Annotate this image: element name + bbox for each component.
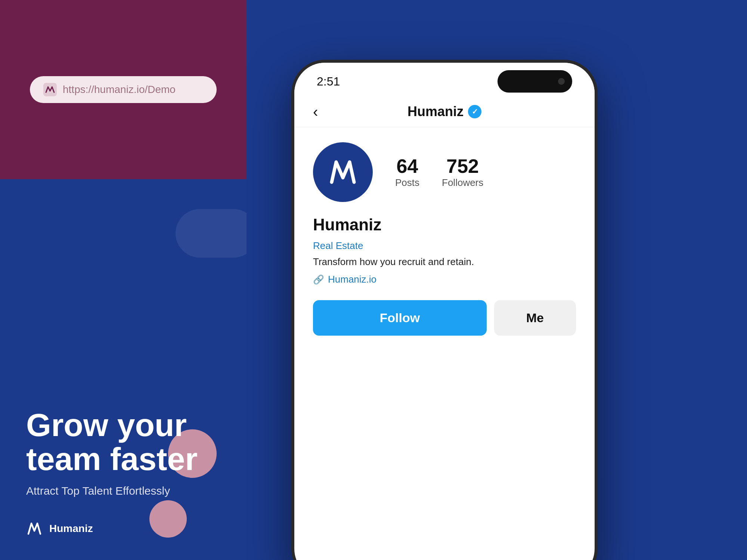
phone-inner: 2:51 ‹ Humaniz ✓	[294, 63, 595, 560]
followers-count: 752	[446, 156, 479, 177]
profile-link-text: Humaniz.io	[328, 274, 376, 285]
posts-stat: 64 Posts	[395, 156, 419, 189]
profile-header: 64 Posts 752 Followers	[313, 142, 576, 202]
url-bar-text: https://humaniz.io/Demo	[63, 84, 176, 96]
profile-section: 64 Posts 752 Followers Humaniz Real Esta…	[294, 127, 595, 351]
nav-bar: ‹ Humaniz ✓	[294, 96, 595, 127]
left-top-section: https://humaniz.io/Demo	[0, 0, 247, 179]
posts-label: Posts	[395, 177, 419, 189]
action-buttons: Follow Me	[313, 300, 576, 336]
link-icon: 🔗	[313, 274, 324, 285]
nav-title-text: Humaniz	[407, 104, 464, 119]
brand-logo: Humaniz	[26, 520, 220, 538]
url-prefix: https://	[63, 84, 94, 95]
phone-mockup: 2:51 ‹ Humaniz ✓	[291, 60, 598, 560]
brand-name-label: Humaniz	[49, 523, 93, 535]
avatar-logo-icon	[326, 155, 360, 189]
status-time: 2:51	[317, 75, 340, 88]
camera-dot	[558, 78, 565, 85]
status-bar: 2:51	[294, 63, 595, 96]
profile-name: Humaniz	[313, 215, 576, 234]
verified-badge-icon: ✓	[468, 105, 481, 118]
follow-button[interactable]: Follow	[313, 300, 487, 336]
followers-stat: 752 Followers	[442, 156, 483, 189]
camera-notch	[498, 70, 572, 93]
profile-category: Real Estate	[313, 240, 576, 252]
nav-title: Humaniz ✓	[407, 104, 481, 119]
left-panel: https://humaniz.io/Demo Grow your team f…	[0, 0, 247, 560]
url-bar[interactable]: https://humaniz.io/Demo	[30, 76, 217, 103]
profile-avatar	[313, 142, 373, 202]
url-path: humaniz.io/Demo	[94, 84, 176, 95]
back-button[interactable]: ‹	[313, 103, 318, 120]
svg-rect-0	[43, 83, 57, 96]
deco-rect	[176, 209, 247, 258]
left-bottom-section: Grow your team faster Attract Top Talent…	[0, 179, 247, 560]
right-panel: 2:51 ‹ Humaniz ✓	[247, 0, 747, 560]
brand-logo-icon	[26, 520, 44, 538]
sub-heading: Attract Top Talent Effortlessly	[26, 485, 220, 497]
profile-bio: Transform how you recruit and retain.	[313, 256, 576, 268]
posts-count: 64	[397, 156, 418, 177]
me-button[interactable]: Me	[494, 300, 576, 336]
profile-stats: 64 Posts 752 Followers	[388, 156, 483, 189]
humaniz-logo-icon	[43, 83, 57, 96]
followers-label: Followers	[442, 177, 483, 189]
main-heading: Grow your team faster	[26, 408, 220, 476]
profile-link[interactable]: 🔗 Humaniz.io	[313, 274, 576, 285]
